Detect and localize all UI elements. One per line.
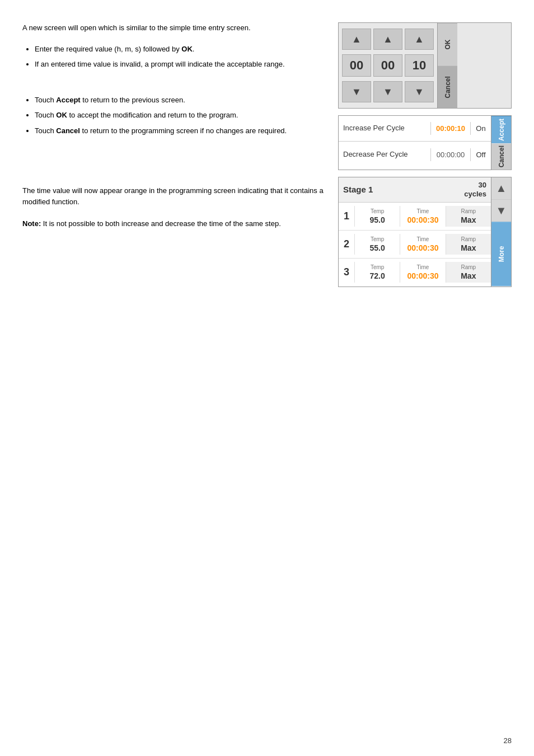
stage-row-3-ramp-value: Max [461, 271, 476, 280]
bottom-text-1: The time value will now appear orange in… [22, 185, 327, 207]
seconds-up-btn[interactable]: ▲ [405, 29, 434, 50]
hours-value: 00 [342, 54, 371, 77]
decrease-per-cycle-row[interactable]: Decrease Per Cycle 00:00:00 Off [339, 142, 491, 167]
increase-per-cycle-row[interactable]: Increase Per Cycle 00:00:10 On [339, 116, 491, 142]
stage-row-1-ramp-value: Max [461, 215, 476, 224]
bullets-1: Enter the required value (h, m, s) follo… [35, 44, 327, 70]
stage-row-1-temp-cell: Temp 95.0 [354, 206, 400, 227]
stage-row-2-ramp-value: Max [461, 243, 476, 252]
stage-row-1-time-cell: Time 00:00:30 [400, 206, 445, 227]
stage-more-btn[interactable]: More [491, 222, 511, 286]
bullet-2-item-2: Touch OK to accept the modification and … [35, 110, 327, 121]
down-arrows-row: ▼ ▼ ▼ [342, 79, 434, 105]
stage-sidebar: ▲ ▼ More [491, 177, 511, 286]
stage-row-3-time-value: 00:00:30 [407, 271, 438, 280]
cycle-main: Increase Per Cycle 00:00:10 On Decrease … [339, 116, 491, 170]
stage-widget: Stage 1 30 cycles 1 Temp 95.0 [338, 177, 512, 287]
decrease-label: Decrease Per Cycle [339, 147, 430, 163]
stage-header: Stage 1 30 cycles [339, 177, 491, 202]
stage-main: Stage 1 30 cycles 1 Temp 95.0 [339, 177, 491, 286]
stage-row-1[interactable]: 1 Temp 95.0 Time 00:00:30 Ramp Max [339, 203, 491, 231]
stage-row-2-cells: Temp 55.0 Time 00:00:30 Ramp Max [354, 234, 491, 255]
stage-row-2-temp-value: 55.0 [370, 243, 385, 252]
bottom-note: Note: It is not possible to both increas… [22, 218, 327, 229]
stage-row-3-cells: Temp 72.0 Time 00:00:30 Ramp Max [354, 262, 491, 283]
bullet-2-item-1: Touch Accept to return to the previous s… [35, 95, 327, 106]
decrease-status: Off [471, 148, 491, 161]
stage-row-1-time-value: 00:00:30 [407, 215, 438, 224]
stage-cycles-value: 30 [479, 181, 486, 189]
minutes-value: 00 [373, 54, 402, 77]
stage-row-3-time-cell: Time 00:00:30 [400, 262, 445, 283]
stage-row-1-temp-value: 95.0 [370, 215, 385, 224]
stage-row-1-ramp-cell: Ramp Max [446, 206, 491, 227]
stage-row-2-time-label: Time [417, 236, 429, 242]
page-number: 28 [504, 736, 512, 745]
decrease-time: 00:00:00 [430, 148, 471, 161]
cycle-cancel-button[interactable]: Cancel [491, 143, 511, 170]
bullet-2-item-3: Touch Cancel to return to the programmin… [35, 125, 327, 137]
stage-row-1-cells: Temp 95.0 Time 00:00:30 Ramp Max [354, 206, 491, 227]
cycle-widget: Increase Per Cycle 00:00:10 On Decrease … [338, 115, 512, 170]
bullet-1-item-1: Enter the required value (h, m, s) follo… [35, 44, 327, 55]
stage-row-2-temp-label: Temp [371, 236, 384, 242]
stage-row-1-ramp-label: Ramp [461, 208, 476, 214]
intro-section: A new screen will open which is similar … [22, 22, 327, 34]
stage-down-btn[interactable]: ▼ [491, 200, 511, 222]
stage-row-1-temp-label: Temp [371, 208, 384, 214]
stage-row-3-num: 3 [339, 266, 354, 278]
stage-row-3-temp-value: 72.0 [370, 271, 385, 280]
seconds-value: 10 [405, 54, 434, 77]
stage-cycles: 30 cycles [464, 181, 486, 198]
hours-down-btn[interactable]: ▼ [342, 81, 371, 102]
increase-time: 00:00:10 [430, 122, 471, 135]
stage-row-3-ramp-label: Ramp [461, 264, 476, 270]
stage-cycles-label: cycles [464, 190, 486, 198]
minutes-up-btn[interactable]: ▲ [373, 29, 402, 50]
intro-text: A new screen will open which is similar … [22, 22, 327, 34]
ok-button[interactable]: OK [438, 23, 457, 66]
cycle-accept-button[interactable]: Accept [491, 116, 511, 143]
stage-row-2-ramp-label: Ramp [461, 236, 476, 242]
stage-title: Stage 1 [343, 185, 464, 194]
stage-row-2-temp-cell: Temp 55.0 [354, 234, 400, 255]
time-entry-sidebar: OK Cancel [437, 23, 457, 108]
bottom-section: The time value will now appear orange in… [22, 185, 327, 229]
stage-row-3-temp-label: Temp [371, 264, 384, 270]
stage-row-2-num: 2 [339, 238, 354, 250]
stage-row-3-time-label: Time [417, 264, 429, 270]
time-entry-main: ▲ ▲ ▲ 00 00 10 ▼ ▼ ▼ [339, 23, 437, 108]
stage-row-2-ramp-cell: Ramp Max [446, 234, 491, 255]
stage-row-2[interactable]: 2 Temp 55.0 Time 00:00:30 Ramp Max [339, 231, 491, 259]
time-entry-widget: ▲ ▲ ▲ 00 00 10 ▼ ▼ ▼ OK Can [338, 22, 512, 109]
stage-row-1-num: 1 [339, 210, 354, 222]
stage-row-1-time-label: Time [417, 208, 429, 214]
stage-up-btn[interactable]: ▲ [491, 177, 511, 199]
bullet-1-item-2: If an entered time value is invalid, a p… [35, 59, 327, 70]
increase-label: Increase Per Cycle [339, 120, 430, 137]
stage-row-3-ramp-cell: Ramp Max [446, 262, 491, 283]
increase-status: On [471, 122, 491, 135]
cancel-button[interactable]: Cancel [438, 66, 457, 109]
stage-row-2-time-cell: Time 00:00:30 [400, 234, 445, 255]
seconds-down-btn[interactable]: ▼ [405, 81, 434, 102]
stage-row-3-temp-cell: Temp 72.0 [354, 262, 400, 283]
minutes-down-btn[interactable]: ▼ [373, 81, 402, 102]
values-row: 00 00 10 [342, 52, 434, 79]
hours-up-btn[interactable]: ▲ [342, 29, 371, 50]
stage-row-3[interactable]: 3 Temp 72.0 Time 00:00:30 Ramp Max [339, 259, 491, 287]
up-arrows-row: ▲ ▲ ▲ [342, 26, 434, 52]
stage-row-2-time-value: 00:00:30 [407, 243, 438, 252]
cycle-sidebar: Accept Cancel [491, 116, 511, 170]
bullets-2: Touch Accept to return to the previous s… [35, 95, 327, 137]
